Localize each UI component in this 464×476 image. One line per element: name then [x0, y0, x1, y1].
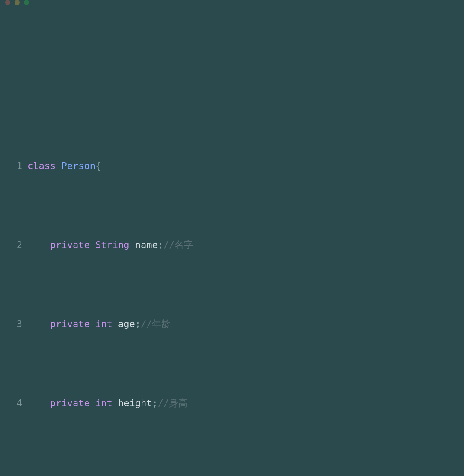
field-name: name: [135, 239, 158, 250]
minimize-dot-icon[interactable]: [15, 0, 20, 5]
code-line[interactable]: 3 private int age;//年龄: [0, 316, 464, 332]
line-number: 2: [0, 237, 27, 253]
code-line[interactable]: 5 private void eat(String name){: [0, 474, 464, 476]
type-int: int: [95, 319, 112, 329]
code-content[interactable]: private int height;//身高: [27, 395, 464, 411]
window-traffic-lights: [5, 0, 29, 5]
code-content[interactable]: class Person{: [27, 158, 464, 174]
field-height: height: [118, 398, 152, 408]
comment-name: //名字: [163, 239, 194, 250]
line-number: 3: [0, 316, 27, 332]
keyword-private: private: [50, 239, 90, 250]
comment-height: //身高: [158, 398, 188, 408]
line-number: 1: [0, 158, 27, 174]
code-content[interactable]: private void eat(String name){: [27, 474, 464, 476]
code-line[interactable]: 2 private String name;//名字: [0, 237, 464, 253]
code-content[interactable]: private int age;//年龄: [27, 316, 464, 332]
line-number: 5: [0, 474, 27, 476]
type-string: String: [95, 239, 129, 250]
brace-open: {: [95, 160, 101, 171]
keyword-private: private: [50, 319, 90, 329]
comment-age: //年龄: [141, 319, 171, 329]
close-dot-icon[interactable]: [5, 0, 10, 5]
code-line[interactable]: 4 private int height;//身高: [0, 395, 464, 411]
type-int: int: [95, 398, 112, 408]
keyword-class: class: [27, 160, 56, 171]
code-editor[interactable]: 1 class Person{ 2 private String name;//…: [0, 0, 464, 476]
code-content[interactable]: private String name;//名字: [27, 237, 464, 253]
code-area[interactable]: 1 class Person{ 2 private String name;//…: [0, 95, 464, 476]
line-number: 4: [0, 395, 27, 411]
keyword-private: private: [50, 398, 90, 408]
code-line[interactable]: 1 class Person{: [0, 158, 464, 174]
zoom-dot-icon[interactable]: [24, 0, 29, 5]
field-age: age: [118, 319, 135, 329]
class-name: Person: [61, 160, 95, 171]
